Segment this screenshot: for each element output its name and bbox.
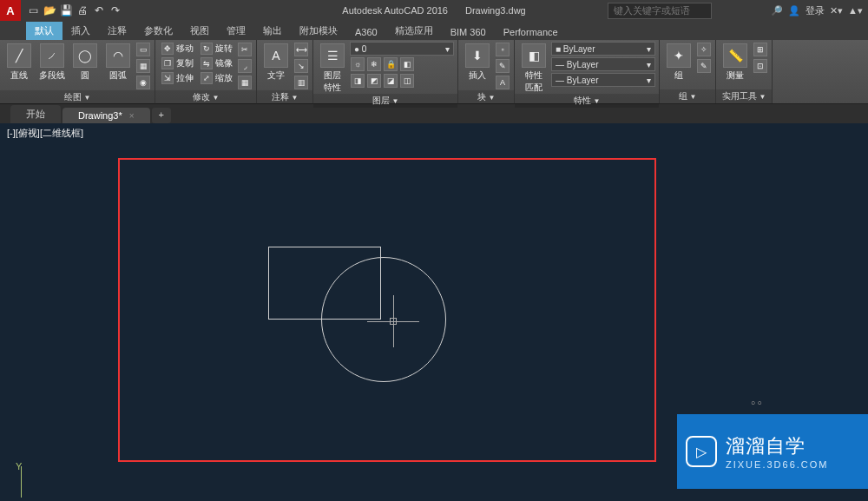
measure-button[interactable]: 📏测量 <box>720 42 751 89</box>
file-tab-start[interactable]: 开始 <box>10 105 61 123</box>
layer-props-button[interactable]: ☰图层 特性 <box>317 42 348 94</box>
panel-block: ⬇插入 ▫ ✎ A 块▼ <box>458 40 515 103</box>
tab-a360[interactable]: A360 <box>346 24 386 40</box>
panel-layer: ☰图层 特性 ● 0▾ ☼ ❄ 🔒 ◧ ◨ ◩ ◪ ◫ 图层▼ <box>313 40 458 103</box>
viewport[interactable]: [-][俯视][二维线框] Y ◦◦ ▷ 溜溜自学 ZIXUE.3D66.COM <box>0 123 868 501</box>
panel-annot-title: 注释 <box>272 92 289 102</box>
nav-widget-icon[interactable]: ◦◦ <box>751 395 764 411</box>
tab-default[interactable]: 默认 <box>26 22 62 40</box>
play-icon: ▷ <box>686 436 717 467</box>
qat-new-icon[interactable]: ▭ <box>26 3 40 17</box>
tab-addins[interactable]: 附加模块 <box>291 22 346 40</box>
panel-properties: ◧特性 匹配 ■ ByLayer▾ — ByLayer▾ — ByLayer▾ … <box>515 40 660 103</box>
panel-group: ✦组 ✧ ✎ 组▼ <box>660 40 716 103</box>
panel-draw: ╱直线 ⟋多段线 ◯圆 ◠圆弧 ▭ ▦ ◉ 绘图▼ <box>0 40 155 103</box>
tab-output[interactable]: 输出 <box>254 22 291 40</box>
view-label[interactable]: [-][俯视][二维线框] <box>7 127 83 140</box>
move-button[interactable]: ✥移动 <box>159 42 196 56</box>
text-button[interactable]: A文字 <box>260 42 292 90</box>
infocenter-icon[interactable]: 🔎 <box>771 5 783 16</box>
ribbon: ╱直线 ⟋多段线 ◯圆 ◠圆弧 ▭ ▦ ◉ 绘图▼ ✥移动 ❐复制 ⇲拉伸 ↻旋… <box>0 40 868 104</box>
rotate-button[interactable]: ↻旋转 <box>198 42 235 56</box>
ungroup-icon[interactable]: ✧ <box>697 43 711 56</box>
scale-button[interactable]: ⤢缩放 <box>198 71 235 85</box>
tab-parametric[interactable]: 参数化 <box>135 22 181 40</box>
line-button[interactable]: ╱直线 <box>3 42 35 90</box>
matchprops-button[interactable]: ◧特性 匹配 <box>518 42 549 94</box>
tab-manage[interactable]: 管理 <box>218 22 254 40</box>
panel-modify: ✥移动 ❐复制 ⇲拉伸 ↻旋转 ⇋镜像 ⤢缩放 ✂ ◞ ▦ 修改▼ <box>155 40 257 103</box>
layer-tool-icon[interactable]: ❄ <box>367 57 381 71</box>
block-create-icon[interactable]: ▫ <box>496 43 510 56</box>
layer-combo[interactable]: ● 0▾ <box>350 42 454 56</box>
watermark-title: 溜溜自学 <box>726 433 828 459</box>
layer-tool-icon[interactable]: ◫ <box>400 74 414 88</box>
close-icon[interactable]: × <box>129 111 135 121</box>
panel-util-title: 实用工具 <box>722 91 757 101</box>
panel-utilities: 📏测量 ⊞ ⊡ 实用工具▼ <box>716 40 773 103</box>
file-name: Drawing3.dwg <box>465 5 526 16</box>
qat-open-icon[interactable]: 📂 <box>43 3 56 17</box>
hatch-icon[interactable]: ▦ <box>136 59 150 73</box>
qat-save-icon[interactable]: 💾 <box>59 3 73 17</box>
layer-tool-icon[interactable]: ◩ <box>367 74 381 88</box>
layer-tool-icon[interactable]: ☼ <box>351 57 365 71</box>
panel-props-title: 特性 <box>574 96 591 105</box>
app-menu-icon[interactable]: A <box>0 0 21 21</box>
panel-draw-title: 绘图 <box>64 92 82 102</box>
leader-icon[interactable]: ↘ <box>294 59 308 73</box>
tab-view[interactable]: 视图 <box>181 22 218 40</box>
linetype-combo[interactable]: — ByLayer▾ <box>551 73 655 87</box>
stretch-button[interactable]: ⇲拉伸 <box>159 71 196 85</box>
copy-button[interactable]: ❐复制 <box>159 56 196 70</box>
circle-button[interactable]: ◯圆 <box>69 42 101 90</box>
fillet-icon[interactable]: ◞ <box>238 59 252 73</box>
tab-featured[interactable]: 精选应用 <box>386 22 442 40</box>
insert-button[interactable]: ⬇插入 <box>462 42 493 90</box>
ellipse-icon[interactable]: ◉ <box>136 76 150 89</box>
block-attr-icon[interactable]: A <box>496 76 510 89</box>
panel-modify-title: 修改 <box>193 92 210 102</box>
qat-print-icon[interactable]: 🖨 <box>76 3 89 17</box>
lineweight-combo[interactable]: — ByLayer▾ <box>551 57 655 71</box>
layer-tools: ☼ ❄ 🔒 ◧ ◨ ◩ ◪ ◫ <box>350 56 454 89</box>
cursor-pickbox <box>390 318 397 325</box>
arc-button[interactable]: ◠圆弧 <box>102 42 134 90</box>
file-tab-drawing[interactable]: Drawing3*× <box>62 108 150 123</box>
color-combo[interactable]: ■ ByLayer▾ <box>551 42 655 56</box>
block-edit-icon[interactable]: ✎ <box>496 59 510 73</box>
layer-tool-icon[interactable]: ◧ <box>400 57 414 71</box>
group-button[interactable]: ✦组 <box>663 42 694 89</box>
tab-annotate[interactable]: 注释 <box>99 22 135 40</box>
mirror-button[interactable]: ⇋镜像 <box>198 56 235 70</box>
rect-icon[interactable]: ▭ <box>136 43 150 56</box>
help-icon[interactable]: ▲▾ <box>848 5 863 16</box>
qat-undo-icon[interactable]: ↶ <box>92 3 106 17</box>
panel-group-title: 组 <box>679 91 687 101</box>
new-tab-button[interactable]: + <box>152 108 171 123</box>
login-label[interactable]: 登录 <box>806 4 825 17</box>
layer-tool-icon[interactable]: ◨ <box>351 74 365 88</box>
util-icon[interactable]: ⊞ <box>753 43 767 56</box>
panel-block-title: 块 <box>477 92 486 102</box>
qat-redo-icon[interactable]: ↷ <box>108 3 122 17</box>
exchange-icon[interactable]: ✕▾ <box>830 5 843 16</box>
drawing-circle <box>321 257 446 382</box>
layer-tool-icon[interactable]: 🔒 <box>384 57 398 71</box>
array-icon[interactable]: ▦ <box>238 76 252 89</box>
tab-bim360[interactable]: BIM 360 <box>442 24 495 40</box>
quick-access-toolbar: ▭ 📂 💾 🖨 ↶ ↷ <box>21 3 128 17</box>
tab-performance[interactable]: Performance <box>495 24 567 40</box>
layer-tool-icon[interactable]: ◪ <box>384 74 398 88</box>
signin-icon[interactable]: 👤 <box>788 5 800 16</box>
panel-layer-title: 图层 <box>372 96 390 105</box>
polyline-button[interactable]: ⟋多段线 <box>36 42 68 90</box>
table-icon[interactable]: ▥ <box>294 76 308 89</box>
trim-icon[interactable]: ✂ <box>238 43 252 56</box>
dim-linear-icon[interactable]: ⟷ <box>294 43 308 56</box>
search-input[interactable]: 键入关键字或短语 <box>608 3 712 19</box>
group-edit-icon[interactable]: ✎ <box>697 59 711 73</box>
watermark-url: ZIXUE.3D66.COM <box>726 459 828 470</box>
tab-insert[interactable]: 插入 <box>62 22 99 40</box>
util-icon[interactable]: ⊡ <box>753 59 767 73</box>
